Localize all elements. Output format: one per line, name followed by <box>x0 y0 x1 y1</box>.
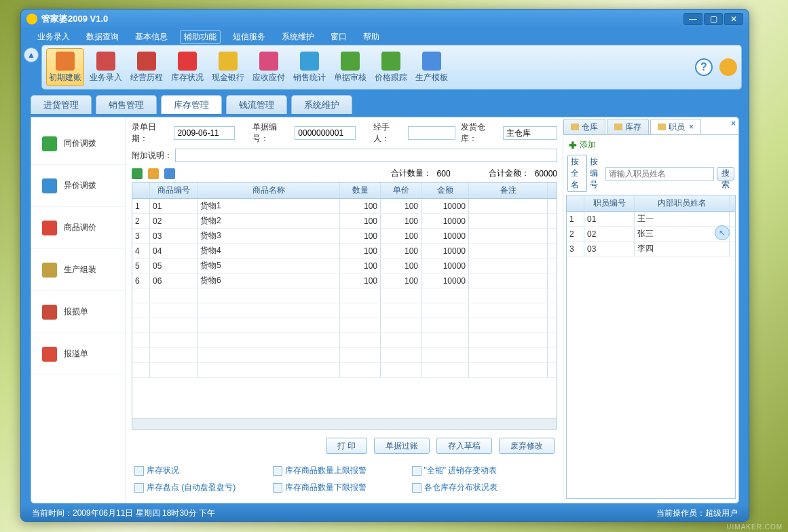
menu-3[interactable]: 辅助功能 <box>180 30 221 44</box>
toolbar-5[interactable]: 应收应付 <box>250 48 288 86</box>
discard-button[interactable]: 废弃修改 <box>499 438 555 454</box>
handler-input[interactable] <box>408 126 455 140</box>
employee-grid[interactable]: 职员编号内部职员姓名 101王一202张三303李四 ↖ <box>566 195 736 499</box>
toolbar-8[interactable]: 价格跟踪 <box>372 48 410 86</box>
toolbar-1[interactable]: 业务录入 <box>87 48 125 86</box>
toolbar-2[interactable]: 经营历程 <box>128 48 166 86</box>
grid-header-1[interactable]: 商品编号 <box>150 183 198 198</box>
menu-2[interactable]: 基本信息 <box>131 30 172 44</box>
note-input[interactable] <box>175 149 557 162</box>
print-button[interactable]: 打 印 <box>326 438 367 454</box>
grid-row[interactable] <box>132 303 557 318</box>
grid-person-icon[interactable] <box>164 168 175 179</box>
menu-4[interactable]: 短信服务 <box>229 30 269 44</box>
close-button[interactable]: ✕ <box>724 13 743 25</box>
rtab-1[interactable]: 库存 <box>607 119 649 134</box>
toolbar-6[interactable]: 销售统计 <box>290 48 329 86</box>
rtab-0[interactable]: 仓库 <box>563 119 605 134</box>
grid-list-icon[interactable] <box>148 168 159 179</box>
sync-icon[interactable] <box>719 58 737 76</box>
sidenav-icon-4 <box>42 305 57 320</box>
tab-3[interactable]: 钱流管理 <box>226 95 287 114</box>
search-byno-link[interactable]: 按编号 <box>590 156 603 191</box>
tab-1[interactable]: 销售管理 <box>96 95 157 114</box>
main-toolbar: 初期建账业务录入经营历程库存状况现金银行应收应付销售统计单据审核价格跟踪生产模板… <box>41 45 742 90</box>
panel-close-icon[interactable]: × <box>731 119 736 128</box>
sidenav-item-0[interactable]: 同价调拨 <box>31 123 126 165</box>
sidenav-item-1[interactable]: 异价调拨 <box>31 165 126 207</box>
grid-row[interactable]: 606货物610010010000 <box>132 273 557 288</box>
tab-close-icon[interactable]: × <box>689 122 694 132</box>
grid-row[interactable] <box>132 363 557 378</box>
emp-header-2[interactable]: 内部职员姓名 <box>635 195 730 211</box>
search-byname-link[interactable]: 按全名 <box>567 155 587 192</box>
quicklink-5[interactable]: 各仓库存分布状况表 <box>412 479 550 496</box>
quick-links: 库存状况库存商品数量上限报警"全能" 进销存变动表库存盘点 (自动盘盈盘亏)库存… <box>126 459 563 503</box>
link-icon <box>134 483 144 493</box>
collapse-toolbar-icon[interactable]: ▲ <box>24 48 39 62</box>
employee-search-input[interactable] <box>605 167 714 180</box>
grid-header-4[interactable]: 单价 <box>381 183 421 198</box>
toolbar-icon-0 <box>56 52 75 71</box>
grid-row[interactable]: 202货物210010010000 <box>132 214 557 229</box>
toolbar-3[interactable]: 库存状况 <box>168 48 206 86</box>
sidenav-item-4[interactable]: 报损单 <box>31 291 126 333</box>
grid-body[interactable]: 101货物110010010000202货物210010010000303货物3… <box>132 199 557 418</box>
sidenav-item-2[interactable]: 商品调价 <box>31 207 126 249</box>
grid-row[interactable]: 303货物310010010000 <box>132 229 557 244</box>
grid-row[interactable] <box>132 288 557 303</box>
date-input[interactable] <box>174 126 235 140</box>
emp-row[interactable]: 101王一 <box>567 212 735 227</box>
grid-header-6[interactable]: 备注 <box>469 183 548 198</box>
minimize-button[interactable]: — <box>683 13 702 25</box>
grid-row[interactable]: 101货物110010010000 <box>132 199 557 214</box>
quicklink-3[interactable]: 库存盘点 (自动盘盈盘亏) <box>134 479 273 496</box>
toolbar-9[interactable]: 生产模板 <box>413 48 451 86</box>
menu-5[interactable]: 系统维护 <box>278 30 318 44</box>
docno-input[interactable] <box>295 126 356 140</box>
quicklink-1[interactable]: 库存商品数量上限报警 <box>273 462 411 479</box>
emp-header-1[interactable]: 职员编号 <box>584 195 635 211</box>
sidenav-item-3[interactable]: 生产组装 <box>31 249 126 291</box>
menu-6[interactable]: 窗口 <box>326 30 351 44</box>
grid-row[interactable] <box>132 348 557 363</box>
maximize-button[interactable]: ▢ <box>704 13 723 25</box>
sidenav-icon-3 <box>42 263 57 278</box>
toolbar-0[interactable]: 初期建账 <box>46 48 84 86</box>
emp-header-0[interactable] <box>567 195 584 211</box>
grid-header-2[interactable]: 商品名称 <box>198 183 340 198</box>
menu-0[interactable]: 业务录入 <box>33 30 74 44</box>
toolbar-4[interactable]: 现金银行 <box>209 48 247 86</box>
grid-row[interactable]: 505货物510010010000 <box>132 259 557 273</box>
post-button[interactable]: 单据过账 <box>374 438 430 454</box>
grid-building-icon[interactable] <box>132 168 143 179</box>
grid-row[interactable] <box>132 318 557 333</box>
quicklink-0[interactable]: 库存状况 <box>134 462 273 479</box>
tab-0[interactable]: 进货管理 <box>31 95 92 114</box>
right-panel: × 仓库库存职员× ✚ 添加 按全名 按编号 搜索 职员编号内部职员姓名 101… <box>563 117 738 503</box>
grid-header-3[interactable]: 数量 <box>340 183 381 198</box>
sidenav-item-5[interactable]: 报溢单 <box>31 333 126 375</box>
grid-row[interactable] <box>132 333 557 348</box>
save-draft-button[interactable]: 存入草稿 <box>436 438 492 454</box>
menu-7[interactable]: 帮助 <box>359 30 383 44</box>
tab-2[interactable]: 库存管理 <box>161 95 222 114</box>
menu-1[interactable]: 数据查询 <box>82 30 123 44</box>
help-icon[interactable]: ? <box>695 58 713 76</box>
add-link[interactable]: ✚ 添加 <box>563 135 738 155</box>
grid-header-5[interactable]: 金额 <box>421 183 469 198</box>
grid-header-0[interactable] <box>132 183 150 198</box>
toolbar-icon-9 <box>422 52 441 71</box>
emp-row[interactable]: 202张三 <box>567 227 735 242</box>
quicklink-4[interactable]: 库存商品数量下限报警 <box>273 479 411 496</box>
folder-icon <box>658 124 666 130</box>
rtab-2[interactable]: 职员× <box>650 119 701 134</box>
search-button[interactable]: 搜索 <box>717 167 735 180</box>
quicklink-2[interactable]: "全能" 进销存变动表 <box>412 462 550 479</box>
grid-hscrollbar[interactable] <box>132 418 557 429</box>
tab-4[interactable]: 系统维护 <box>291 95 352 114</box>
grid-row[interactable]: 404货物410010010000 <box>132 244 557 259</box>
warehouse-input[interactable] <box>503 126 557 140</box>
toolbar-7[interactable]: 单据审核 <box>331 48 369 86</box>
emp-row[interactable]: 303李四 <box>567 242 735 256</box>
